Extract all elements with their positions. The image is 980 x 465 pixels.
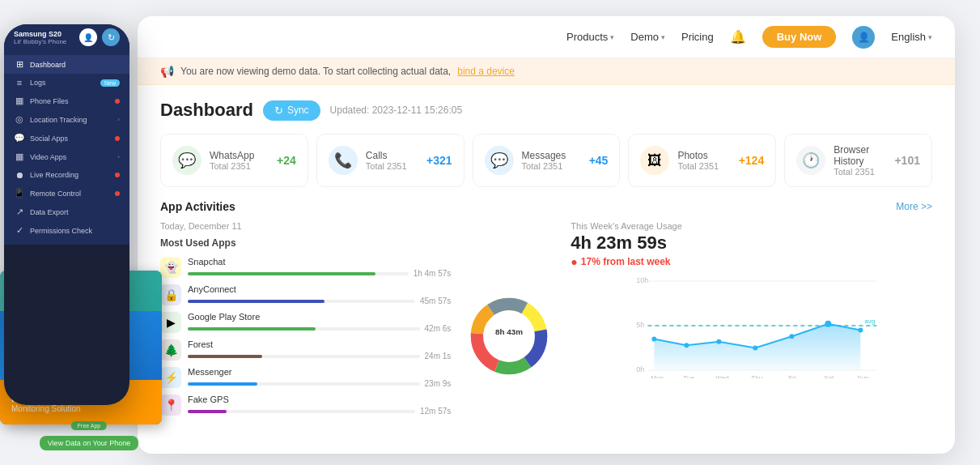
top-nav: Products ▾ Demo ▾ Pricing 🔔 Buy Now 👤 En… [138, 16, 955, 58]
page-title: Dashboard [160, 100, 253, 121]
section-header: App Activities More >> [160, 200, 932, 213]
stat-whatsapp: 💬 WhatsApp Total 2351 +24 [160, 134, 308, 187]
app-item-snapchat: 👻 Snapchat 1h 4m 57s [160, 257, 451, 278]
app-item-google-play: ▶ Google Play Store 42m 6s [160, 312, 451, 333]
svg-point-23 [859, 328, 863, 333]
svg-text:avg: avg [865, 318, 876, 325]
bell-icon[interactable]: 🔔 [730, 29, 746, 45]
user-avatar[interactable]: 👤 [852, 26, 875, 49]
phone-model: Samsung S20 [14, 30, 66, 38]
alert-icon: 📢 [160, 65, 174, 78]
nav-demo[interactable]: Demo ▾ [630, 31, 665, 43]
browser-delta: +101 [894, 154, 920, 167]
most-used-title: Most Used Apps [160, 237, 558, 249]
svg-text:Sat: Sat [825, 374, 835, 378]
language-selector[interactable]: English ▾ [891, 31, 932, 43]
phone-nav-logs[interactable]: ≡Logs New [4, 74, 129, 92]
whatsapp-icon: 💬 [172, 146, 202, 175]
svg-text:5h: 5h [637, 321, 645, 329]
svg-text:Sun: Sun [858, 374, 869, 378]
photos-delta: +124 [739, 154, 765, 167]
phone-nav-location[interactable]: ◎Location Tracking › [4, 110, 129, 129]
activities-left: Today, December 11 Most Used Apps 👻 Snap… [160, 221, 558, 416]
app-item-fake-gps: 📍 Fake GPS 12m 57s [160, 395, 451, 416]
app-item-messenger: ⚡ Messenger 23m 9s [160, 367, 451, 388]
alert-banner: 📢 You are now viewing demo data. To star… [138, 58, 955, 85]
activities-content: Today, December 11 Most Used Apps 👻 Snap… [160, 221, 932, 416]
sync-button[interactable]: ↻ Sync [263, 100, 320, 121]
svg-point-19 [717, 339, 722, 344]
phone-name: Lil' Bobby's Phone [14, 38, 66, 45]
nav-pricing[interactable]: Pricing [681, 31, 714, 43]
phone-nav-social[interactable]: 💬Social Apps [4, 129, 129, 147]
phone-nav-live-recording[interactable]: ⏺Live Recording [4, 166, 129, 184]
phone-frame: Samsung S20 Lil' Bobby's Phone 👤 ↻ ⊞Dash… [4, 24, 129, 405]
sync-icon: ↻ [274, 105, 283, 117]
stat-messages: 💬 Messages Total 2351 +45 [473, 134, 621, 187]
phone-avatar: 👤 [79, 28, 97, 46]
browser-icon: 🕐 [796, 146, 825, 175]
dashboard-header: Dashboard ↻ Sync Updated: 2023-12-11 15:… [160, 100, 932, 121]
phone-sync-icon: ↻ [102, 28, 120, 46]
svg-text:8h 43m: 8h 43m [495, 327, 523, 336]
svg-text:Mon: Mon [651, 374, 664, 378]
stat-photos: 🖼 Photos Total 2351 +124 [628, 134, 776, 187]
svg-text:Fri: Fri [789, 374, 797, 378]
svg-point-17 [652, 337, 657, 342]
svg-text:0h: 0h [637, 365, 645, 373]
calls-icon: 📞 [329, 146, 358, 175]
nav-products[interactable]: Products ▾ [566, 31, 614, 43]
svg-point-20 [753, 346, 758, 351]
updated-timestamp: Updated: 2023-12-11 15:26:05 [330, 105, 462, 116]
messages-icon: 💬 [485, 146, 514, 175]
svg-point-6 [486, 313, 532, 359]
phone-nav: ⊞Dashboard ≡Logs New ▦Phone Files ◎Locat… [4, 50, 129, 245]
more-link[interactable]: More >> [896, 201, 932, 212]
stats-row: 💬 WhatsApp Total 2351 +24 📞 Calls Total … [160, 134, 932, 187]
week-subtitle: This Week's Average Usage [571, 221, 932, 231]
line-chart: 10h 5h 0h avg [571, 273, 932, 378]
main-content: Dashboard ↻ Sync Updated: 2023-12-11 15:… [138, 85, 955, 451]
svg-point-21 [790, 334, 795, 339]
phone-nav-permissions[interactable]: ✓Permissions Check [4, 221, 129, 240]
svg-text:Tue: Tue [684, 374, 695, 378]
nav-links: Products ▾ Demo ▾ Pricing [566, 31, 714, 43]
phone-nav-data-export[interactable]: ↗Data Export [4, 203, 129, 221]
svg-text:Thu: Thu [752, 374, 763, 378]
stat-calls: 📞 Calls Total 2351 +321 [316, 134, 465, 187]
activities-right: This Week's Average Usage 4h 23m 59s ● 1… [571, 221, 932, 416]
svg-text:10h: 10h [637, 276, 649, 284]
donut-chart: 8h 43m [460, 263, 558, 409]
phone-status-bar: Samsung S20 Lil' Bobby's Phone 👤 ↻ [4, 24, 129, 50]
section-title: App Activities [160, 200, 235, 213]
messages-delta: +45 [589, 154, 609, 167]
activities-section: App Activities More >> Today, December 1… [160, 200, 932, 416]
date-label: Today, December 11 [160, 221, 558, 231]
whatsapp-delta: +24 [277, 154, 296, 167]
bind-device-link[interactable]: bind a device [457, 66, 515, 77]
svg-point-22 [825, 321, 832, 327]
week-delta: ● 17% from last week [571, 255, 932, 268]
phone-nav-remote-control[interactable]: 📱Remote Control [4, 184, 129, 203]
svg-point-18 [685, 343, 689, 348]
calls-delta: +321 [426, 154, 452, 167]
main-card: Products ▾ Demo ▾ Pricing 🔔 Buy Now 👤 En… [138, 16, 955, 454]
donut-svg: 8h 43m [465, 292, 554, 381]
app-item-forest: 🌲 Forest 24m 1s [160, 339, 451, 360]
svg-text:Wed: Wed [716, 374, 729, 378]
app-list: 👻 Snapchat 1h 4m 57s [160, 257, 451, 416]
phone-nav-phone-files[interactable]: ▦Phone Files [4, 92, 129, 110]
phone-mockup: Samsung S20 Lil' Bobby's Phone 👤 ↻ ⊞Dash… [4, 24, 146, 446]
stat-browser-history: 🕐 Browser History Total 2351 +101 [784, 134, 932, 187]
app-item-anyconnect: 🔒 AnyConnect 45m 57s [160, 284, 451, 305]
week-time: 4h 23m 59s [571, 232, 932, 254]
buy-now-button[interactable]: Buy Now [762, 26, 837, 48]
phone-nav-video[interactable]: ▦Video Apps › [4, 147, 129, 166]
photos-icon: 🖼 [640, 146, 669, 175]
phone-nav-dashboard[interactable]: ⊞Dashboard [4, 55, 129, 74]
week-header: This Week's Average Usage 4h 23m 59s ● 1… [571, 221, 932, 268]
